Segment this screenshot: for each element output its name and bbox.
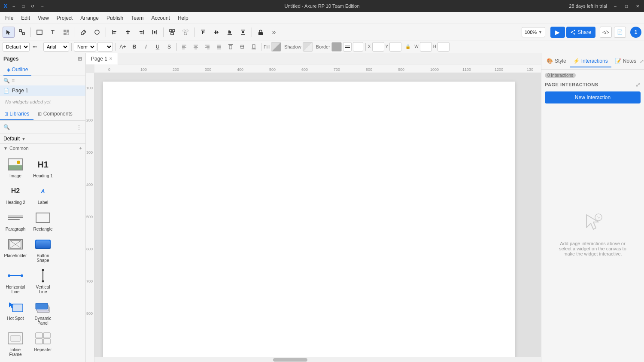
y-input[interactable] — [389, 42, 401, 52]
libraries-tab[interactable]: ⊞ Libraries — [0, 108, 33, 120]
bold-btn[interactable]: B — [129, 42, 140, 52]
more-tools[interactable]: » — [268, 27, 280, 38]
preview-button[interactable]: ▶ — [550, 27, 565, 38]
user-avatar[interactable]: 1 — [630, 27, 641, 38]
menu-team[interactable]: Team — [128, 13, 147, 23]
page1-tab-close[interactable]: ✕ — [109, 56, 112, 61]
align-text-left-btn[interactable] — [179, 42, 189, 52]
widget-tool[interactable] — [60, 27, 72, 38]
paragraph-component[interactable]: Paragraph — [3, 208, 28, 233]
size-select[interactable]: Normal — [74, 42, 96, 52]
italic-btn[interactable]: I — [141, 42, 151, 52]
button-component[interactable]: Button Shape — [30, 235, 56, 265]
pages-filter-icon[interactable]: ⊞ — [78, 56, 82, 62]
align-text-center-btn[interactable] — [191, 42, 201, 52]
image-component[interactable]: Image — [3, 155, 28, 180]
repeater-component[interactable]: Repeater — [30, 329, 56, 359]
menu-account[interactable]: Account — [148, 13, 173, 23]
close-btn[interactable]: – — [11, 3, 17, 9]
label-component[interactable]: A Label — [30, 182, 56, 207]
code-button[interactable]: </> — [600, 27, 612, 38]
notes-tab[interactable]: 📝 Notes — [611, 55, 640, 67]
strikethrough-btn[interactable]: S — [164, 42, 174, 52]
scroll-thumb-horizontal[interactable] — [273, 358, 307, 362]
placeholder-component[interactable]: Placeholder — [3, 235, 28, 265]
align-text-right-btn[interactable] — [202, 42, 213, 52]
components-tab[interactable]: ⊞ Components — [33, 108, 76, 120]
select-tool[interactable] — [3, 27, 15, 38]
group-tool[interactable] — [166, 27, 178, 38]
style-select[interactable]: Default — [3, 42, 30, 52]
new-interaction-button[interactable]: New Interaction — [545, 91, 641, 103]
page-1-item[interactable]: 📄 Page 1 — [0, 85, 85, 96]
pen-tool[interactable] — [78, 27, 90, 38]
x-input[interactable] — [372, 42, 384, 52]
distribute-h-tool[interactable] — [149, 27, 161, 38]
menu-view[interactable]: View — [34, 13, 52, 23]
style-tab[interactable]: 🎨 Style — [543, 55, 570, 67]
distribute-v-tool[interactable] — [237, 27, 249, 38]
hotspot-component[interactable]: Hot Spot — [3, 298, 28, 327]
shadow-color-swatch[interactable] — [303, 42, 313, 52]
align-top-tool[interactable] — [197, 27, 209, 38]
dynpanel-component[interactable]: Dynamic Panel — [30, 298, 56, 327]
close-win-btn[interactable]: ✕ — [635, 3, 641, 9]
expand-panel-icon[interactable]: ⤢ — [640, 58, 644, 64]
valign-bottom-btn[interactable] — [249, 42, 259, 52]
doc-button[interactable]: 📄 — [614, 27, 626, 38]
hline-component[interactable]: Horizontal Line — [3, 266, 28, 296]
lock-tool[interactable] — [255, 27, 267, 38]
align-center-tool[interactable] — [122, 27, 134, 38]
heading1-component[interactable]: H1 Heading 1 — [30, 155, 56, 180]
align-text-justify-btn[interactable] — [214, 42, 224, 52]
zoom-control[interactable]: 100% ▼ — [522, 27, 545, 37]
style-options-btn[interactable] — [31, 42, 39, 52]
heading2-component[interactable]: H2 Heading 2 — [3, 182, 28, 207]
lock-aspect-btn[interactable]: 🔒 — [403, 42, 413, 52]
interactions-tab[interactable]: ⚡ Interactions — [570, 55, 611, 67]
valign-top-btn[interactable] — [225, 42, 236, 52]
align-left-tool[interactable] — [109, 27, 121, 38]
page1-canvas-tab[interactable]: Page 1 ✕ — [86, 53, 118, 64]
canvas-wrapper[interactable]: 0 100 200 300 400 500 600 700 800 900 10… — [86, 64, 541, 362]
menu-edit[interactable]: Edit — [18, 13, 33, 23]
menu-file[interactable]: File — [2, 13, 17, 23]
refresh-btn[interactable]: ↺ — [30, 3, 36, 9]
w-input[interactable] — [420, 42, 432, 52]
underline-btn[interactable]: U — [152, 42, 163, 52]
font-select[interactable]: Arial — [43, 42, 69, 52]
menu-help[interactable]: Help — [174, 13, 192, 23]
connection-tool[interactable] — [16, 27, 28, 38]
vline-component[interactable]: Vertical Line — [30, 266, 56, 296]
lib-search-input[interactable] — [12, 122, 74, 132]
share-button[interactable]: Share — [566, 27, 595, 38]
weight-select[interactable] — [97, 42, 113, 52]
ungroup-tool[interactable] — [179, 27, 191, 38]
menu-arrange[interactable]: Arrange — [77, 13, 102, 23]
menu-publish[interactable]: Publish — [103, 13, 127, 23]
valign-middle-btn[interactable] — [237, 42, 247, 52]
fill-color-swatch[interactable] — [271, 42, 281, 52]
border-radius-input[interactable] — [353, 42, 363, 52]
align-right-tool[interactable] — [135, 27, 147, 38]
canvas-scrollbar-horizontal[interactable] — [94, 357, 541, 362]
pages-filter-btn[interactable]: ≡ — [12, 78, 15, 84]
border-weight-selector[interactable] — [343, 42, 352, 52]
minimize-win-btn[interactable]: – — [612, 3, 618, 9]
align-middle-tool[interactable] — [210, 27, 222, 38]
align-bottom-tool[interactable] — [224, 27, 236, 38]
expand-interactions-icon[interactable]: ⤢ — [635, 81, 641, 88]
rectangle-component[interactable]: Rectangle — [30, 208, 56, 233]
draw-tool[interactable] — [91, 27, 103, 38]
border-color-swatch[interactable] — [331, 42, 342, 52]
rectangle-tool[interactable] — [33, 27, 46, 38]
forward-btn[interactable]: → — [39, 3, 45, 9]
iframe-component[interactable]: Inline Frame — [3, 329, 28, 359]
restore-btn[interactable]: □ — [20, 3, 26, 9]
lib-dropdown[interactable]: Default ▼ — [0, 134, 85, 144]
common-add-icon[interactable]: + — [79, 146, 82, 151]
increase-size-btn[interactable]: A+ — [118, 42, 128, 52]
lib-more-btn[interactable]: ⋮ — [76, 124, 82, 131]
canvas-content[interactable] — [94, 73, 541, 362]
h-input[interactable] — [437, 42, 450, 52]
